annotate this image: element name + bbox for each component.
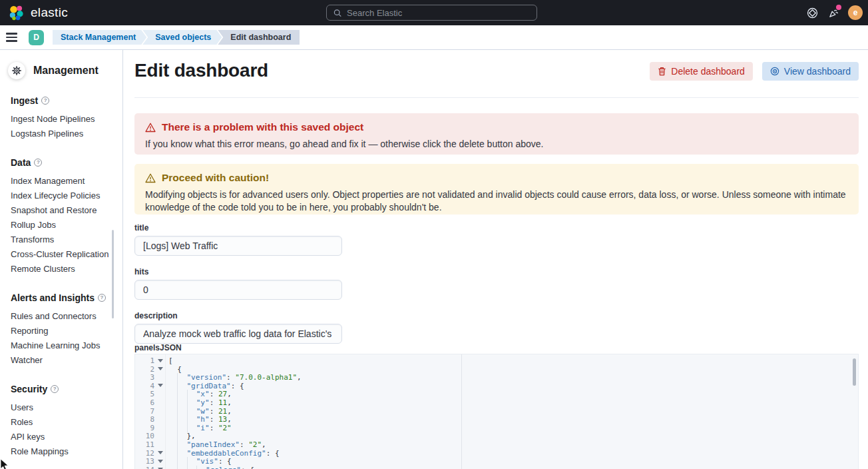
fold-arrow-icon[interactable] [158, 451, 163, 454]
code-line[interactable]: "w": 21, [168, 407, 858, 416]
panelsjson-editor[interactable]: 1234567891011121314 [ { "version": "7.0.… [134, 354, 859, 469]
fold-arrow-icon[interactable] [158, 359, 163, 362]
code-line[interactable]: "version": "7.0.0-alpha1", [168, 373, 858, 382]
deployment-icon[interactable] [805, 6, 819, 19]
sidebar-section-heading: Data? [11, 157, 116, 168]
elastic-logo-icon [8, 5, 24, 21]
editor-scrollbar[interactable] [853, 358, 856, 386]
code-line[interactable]: "panelIndex": "2", [168, 440, 858, 449]
gear-icon [8, 62, 25, 79]
header-actions: e [805, 0, 863, 25]
warning-callout: Proceed with caution! Modifying objects … [134, 164, 859, 215]
sidebar-scrollbar[interactable] [112, 230, 114, 318]
fold-arrow-icon[interactable] [158, 460, 163, 463]
search-icon [333, 9, 341, 17]
code-line[interactable]: "y": 11, [168, 398, 858, 407]
sidebar-section: Alerts and Insights?Rules and Connectors… [11, 292, 116, 368]
main-content: Edit dashboard Delete dashboard View das… [124, 50, 868, 469]
editor-code[interactable]: [ { "version": "7.0.0-alpha1", "gridData… [166, 354, 858, 469]
panelsjson-label: panelsJSON [134, 343, 182, 352]
title-label: title [134, 223, 342, 233]
space-avatar[interactable]: D [29, 30, 44, 45]
code-line[interactable]: "i": "2" [168, 424, 858, 432]
sidebar-item-index-management[interactable]: Index Management [11, 174, 116, 189]
kibana-app: elastic e [0, 0, 868, 469]
global-search[interactable] [326, 5, 537, 21]
gutter-line: 4 [135, 382, 165, 390]
notification-dot [836, 5, 841, 10]
saved-object-fields: titlehitsdescription [134, 223, 342, 355]
code-line[interactable]: "gridData": { [168, 382, 858, 390]
print-margin-line [461, 354, 462, 469]
code-line[interactable]: "embeddableConfig": { [168, 449, 858, 458]
page-title: Edit dashboard [134, 60, 268, 81]
error-callout-title: There is a problem with this saved objec… [162, 121, 363, 133]
gutter-line: 14 [135, 466, 165, 469]
gutter-line: 3 [135, 373, 165, 382]
gutter-line: 6 [135, 398, 165, 407]
sidebar-item-cross-cluster-replication[interactable]: Cross-Cluster Replication [11, 247, 116, 262]
editor-gutter: 1234567891011121314 [135, 354, 166, 469]
code-line[interactable]: "h": 13, [168, 415, 858, 424]
breadcrumb-bar: D Stack ManagementSaved objectsEdit dash… [0, 25, 868, 50]
management-sidebar: Management Ingest?Ingest Node PipelinesL… [0, 50, 123, 469]
sidebar-nav: Ingest?Ingest Node PipelinesLogstash Pip… [0, 79, 122, 459]
breadcrumb-item-saved-objects[interactable]: Saved objects [142, 30, 222, 45]
help-icon[interactable]: ? [34, 159, 42, 167]
logo-wordmark: elastic [31, 5, 68, 20]
gutter-line: 10 [135, 432, 165, 440]
sidebar-title: Management [33, 65, 99, 77]
hits-field[interactable] [134, 280, 342, 300]
error-callout-body: If you know what this error means, go ah… [145, 138, 848, 151]
fold-arrow-icon[interactable] [158, 367, 163, 370]
code-line[interactable]: "x": 27, [168, 390, 858, 398]
sidebar-item-machine-learning-jobs[interactable]: Machine Learning Jobs [11, 338, 116, 353]
global-header: elastic e [0, 0, 868, 25]
trash-icon [658, 67, 666, 76]
sidebar-section: Security?UsersRolesAPI keysRole Mappings [11, 384, 116, 459]
sidebar-item-snapshot-and-restore[interactable]: Snapshot and Restore [11, 203, 116, 218]
delete-dashboard-button[interactable]: Delete dashboard [650, 62, 753, 81]
mouse-cursor [0, 458, 9, 469]
gutter-line: 2 [135, 365, 165, 374]
user-avatar[interactable]: e [848, 5, 863, 20]
menu-icon[interactable] [6, 27, 26, 47]
gutter-line: 9 [135, 424, 165, 432]
sidebar-item-users[interactable]: Users [11, 400, 116, 415]
code-line[interactable]: }, [168, 432, 858, 440]
help-icon[interactable]: ? [51, 385, 59, 393]
code-line[interactable]: [ [168, 356, 858, 365]
error-callout: There is a problem with this saved objec… [134, 113, 859, 155]
elastic-logo[interactable]: elastic [8, 5, 68, 21]
gutter-line: 13 [135, 457, 165, 466]
sidebar-header: Management [0, 50, 122, 79]
title-field[interactable] [134, 236, 342, 256]
breadcrumb: Stack ManagementSaved objectsEdit dashbo… [53, 30, 300, 45]
sidebar-item-remote-clusters[interactable]: Remote Clusters [11, 262, 116, 276]
newsfeed-icon[interactable] [827, 6, 840, 19]
sidebar-item-roles[interactable]: Roles [11, 415, 116, 430]
code-line[interactable]: "colors": { [168, 466, 858, 469]
sidebar-item-ingest-node-pipelines[interactable]: Ingest Node Pipelines [11, 112, 116, 127]
fold-arrow-icon[interactable] [158, 384, 163, 387]
help-icon[interactable]: ? [98, 294, 106, 302]
sidebar-item-index-lifecycle-policies[interactable]: Index Lifecycle Policies [11, 189, 116, 203]
sidebar-item-reporting[interactable]: Reporting [11, 324, 116, 338]
sidebar-item-logstash-pipelines[interactable]: Logstash Pipelines [11, 127, 116, 141]
sidebar-item-watcher[interactable]: Watcher [11, 353, 116, 368]
gutter-line: 12 [135, 449, 165, 458]
search-input[interactable] [347, 8, 530, 18]
sidebar-item-transforms[interactable]: Transforms [11, 233, 116, 247]
sidebar-item-rollup-jobs[interactable]: Rollup Jobs [11, 218, 116, 233]
warning-callout-body: Modifying objects is for advanced users … [145, 189, 848, 214]
code-line[interactable]: "vis": { [168, 457, 858, 466]
sidebar-item-api-keys[interactable]: API keys [11, 430, 116, 444]
sidebar-item-role-mappings[interactable]: Role Mappings [11, 444, 116, 459]
sidebar-item-rules-and-connectors[interactable]: Rules and Connectors [11, 309, 116, 324]
view-dashboard-button[interactable]: View dashboard [762, 62, 859, 81]
breadcrumb-item-stack-management[interactable]: Stack Management [53, 30, 146, 45]
code-line[interactable]: { [168, 365, 858, 374]
description-label: description [134, 311, 342, 320]
help-icon[interactable]: ? [41, 97, 49, 105]
description-field[interactable] [134, 324, 342, 344]
